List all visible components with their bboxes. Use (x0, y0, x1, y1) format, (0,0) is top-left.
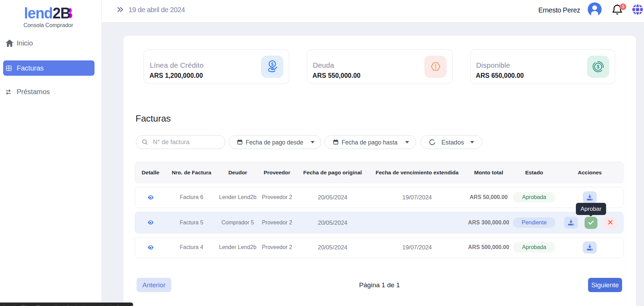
svg-text:$: $ (271, 62, 274, 67)
svg-text:$: $ (597, 64, 600, 69)
